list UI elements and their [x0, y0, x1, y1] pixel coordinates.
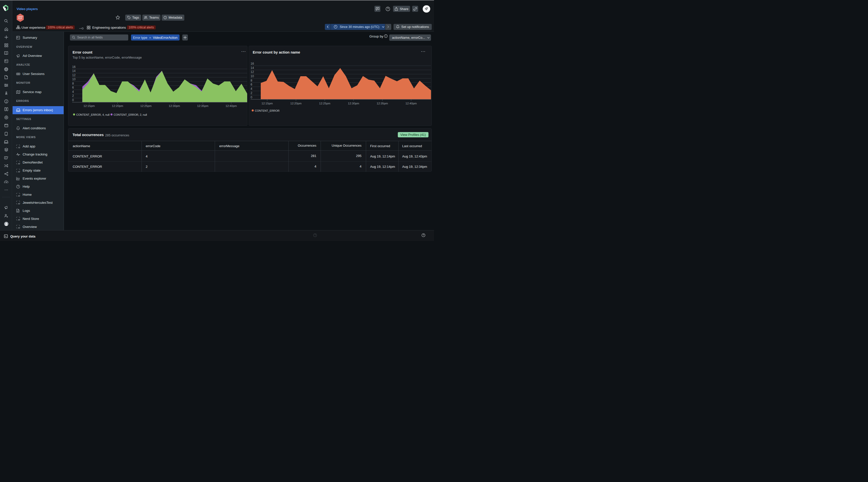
svg-text:14: 14 [72, 69, 76, 73]
svg-text:16: 16 [72, 65, 76, 68]
svg-text:16: 16 [250, 62, 254, 65]
svg-text:4: 4 [72, 90, 74, 93]
svg-text:0: 0 [72, 98, 74, 102]
svg-text:12:15pm: 12:15pm [84, 104, 95, 108]
svg-text:12: 12 [72, 73, 76, 77]
svg-text:8: 8 [250, 79, 252, 82]
svg-text:12:30pm: 12:30pm [348, 102, 359, 104]
svg-text:12:40pm: 12:40pm [405, 102, 417, 104]
svg-text:CONTENT_ERROR: CONTENT_ERROR [255, 109, 279, 112]
svg-text:10: 10 [250, 74, 254, 78]
svg-text:14: 14 [250, 66, 254, 69]
svg-text:10: 10 [72, 78, 76, 81]
svg-text:6: 6 [250, 83, 252, 86]
svg-text:12:15pm: 12:15pm [261, 102, 273, 104]
svg-text:12:35pm: 12:35pm [377, 102, 388, 104]
svg-text:12:25pm: 12:25pm [319, 102, 331, 104]
svg-text:12: 12 [250, 70, 254, 74]
svg-text:CONTENT_ERROR, 4, null: CONTENT_ERROR, 4, null [76, 113, 110, 116]
svg-text:8: 8 [72, 82, 74, 85]
svg-text:12:25pm: 12:25pm [140, 104, 152, 108]
svg-text:6: 6 [72, 86, 74, 89]
svg-text:12:30pm: 12:30pm [169, 104, 180, 108]
svg-text:12:20pm: 12:20pm [112, 104, 123, 108]
svg-text:2: 2 [250, 91, 252, 95]
svg-text:2: 2 [72, 94, 74, 98]
svg-text:12:35pm: 12:35pm [197, 104, 209, 108]
svg-text:0: 0 [250, 95, 252, 99]
svg-text:12:40pm: 12:40pm [225, 104, 237, 108]
svg-text:4: 4 [250, 87, 252, 91]
svg-text:12:20pm: 12:20pm [290, 102, 302, 104]
svg-text:CONTENT_ERROR, 2, null: CONTENT_ERROR, 2, null [114, 113, 147, 116]
